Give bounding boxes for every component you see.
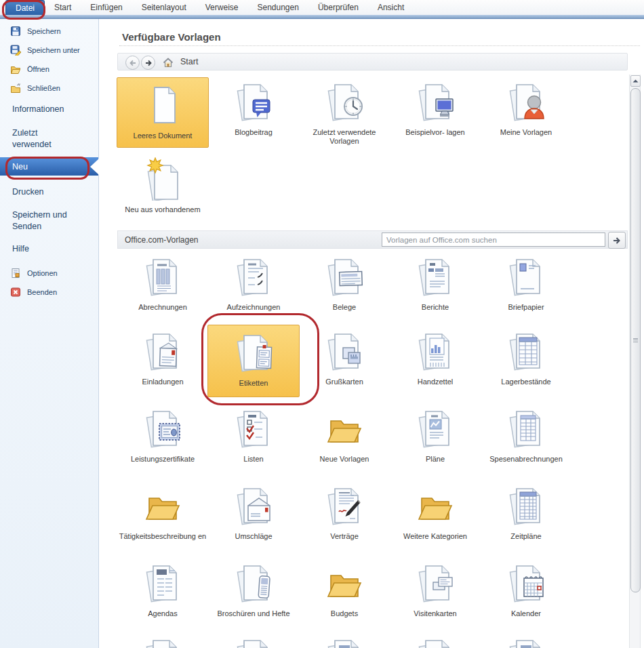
sidebar-item-speichern[interactable]: Speichern xyxy=(10,24,61,38)
scroll-up-button[interactable] xyxy=(630,75,641,87)
template-grusskarten[interactable]: Grußkarten xyxy=(298,329,390,387)
sidebar-item-neu[interactable]: Neu xyxy=(0,157,98,176)
template-label: Broschüren und Hefte xyxy=(217,609,289,618)
backstage-sidebar: Speichern Speichern unter Öffnen Schließ… xyxy=(0,19,99,648)
home-icon xyxy=(162,56,174,68)
tab-ansicht[interactable]: Ansicht xyxy=(368,0,414,15)
template-belege[interactable]: Belege xyxy=(298,255,390,312)
template-budgets[interactable]: Budgets xyxy=(298,561,390,619)
sidebar-item-label: Schließen xyxy=(27,84,60,92)
sidebar-item-oeffnen[interactable]: Öffnen xyxy=(10,62,49,76)
sidebar-item-hilfe[interactable]: Hilfe xyxy=(12,243,29,255)
template-abrechnungen[interactable]: Abrechnungen xyxy=(117,255,209,312)
scrollbar-thumb[interactable] xyxy=(630,88,641,592)
vertical-scrollbar[interactable] xyxy=(629,75,641,648)
folder-icon xyxy=(141,484,184,527)
template-zuletzt-verwendete-vorlagen[interactable]: Zuletzt verwendete Vorlagen xyxy=(298,80,390,146)
template-label: Verträge xyxy=(330,532,359,541)
folder-icon xyxy=(414,484,457,527)
template-weitere-kategorien[interactable]: Weitere Kategorien xyxy=(389,484,481,542)
template-label: Kalender xyxy=(511,609,541,618)
template-partial[interactable] xyxy=(117,636,209,648)
template-plaene[interactable]: Pläne xyxy=(389,407,481,464)
selected-item-pointer xyxy=(90,159,99,175)
document-icon xyxy=(232,636,275,648)
template-nav-bar: Start xyxy=(117,53,628,70)
template-einladungen[interactable]: Einladungen xyxy=(117,329,209,387)
template-visitenkarten[interactable]: Visitenkarten xyxy=(389,561,481,619)
labels-icon xyxy=(232,331,275,374)
recent-templates-icon xyxy=(323,80,366,123)
certificate-icon xyxy=(141,407,184,450)
template-leistungszertifikate[interactable]: Leistungszertifikate xyxy=(117,407,209,464)
template-label: Leeres Dokument xyxy=(134,131,193,140)
tab-verweise[interactable]: Verweise xyxy=(196,0,248,15)
template-label: Meine Vorlagen xyxy=(500,128,552,137)
tab-seitenlayout[interactable]: Seitenlayout xyxy=(132,0,196,15)
template-briefpapier[interactable]: Briefpapier xyxy=(480,255,572,312)
sidebar-item-speichern-und-senden[interactable]: Speichern und Senden xyxy=(12,209,87,232)
template-label: Weitere Kategorien xyxy=(403,532,467,541)
tab-sendungen[interactable]: Sendungen xyxy=(247,0,308,15)
sidebar-item-speichern-unter[interactable]: Speichern unter xyxy=(10,43,80,57)
close-folder-icon xyxy=(10,83,21,94)
template-broschueren-und-hefte[interactable]: Broschüren und Hefte xyxy=(207,561,300,619)
template-umschlaege[interactable]: Umschläge xyxy=(207,484,300,542)
template-spesenabrechnungen[interactable]: Spesenabrechnungen xyxy=(480,407,572,464)
tab-datei[interactable]: Datei xyxy=(5,0,45,15)
invoice-icon xyxy=(141,255,184,298)
open-folder-icon xyxy=(10,64,21,75)
go-arrow-icon xyxy=(611,235,622,246)
template-vertraege[interactable]: Verträge xyxy=(298,484,390,542)
sidebar-item-drucken[interactable]: Drucken xyxy=(12,186,44,198)
tab-einfuegen[interactable]: Einfügen xyxy=(81,0,132,15)
business-cards-icon xyxy=(414,561,457,605)
tab-start[interactable]: Start xyxy=(45,0,81,15)
template-blogbeitrag[interactable]: Blogbeitrag xyxy=(207,80,300,138)
template-label: Agendas xyxy=(148,609,177,618)
template-partial[interactable] xyxy=(298,636,390,648)
template-lagerbestaende[interactable]: Lagerbestände xyxy=(480,329,572,387)
forward-arrow-icon xyxy=(144,58,153,68)
blog-post-icon xyxy=(232,80,275,123)
home-button[interactable] xyxy=(161,56,174,68)
template-label: Umschläge xyxy=(235,532,272,541)
my-templates-icon xyxy=(504,80,548,123)
template-kalender[interactable]: Kalender xyxy=(480,561,572,619)
template-label: Beispielvor- lagen xyxy=(405,128,464,137)
template-listen[interactable]: Listen xyxy=(207,407,300,464)
document-icon xyxy=(504,636,548,648)
template-meine-vorlagen[interactable]: Meine Vorlagen xyxy=(480,80,572,138)
sidebar-item-schliessen[interactable]: Schließen xyxy=(10,81,60,95)
envelope-icon xyxy=(232,484,275,527)
sidebar-item-optionen[interactable]: Optionen xyxy=(10,266,58,280)
back-button[interactable] xyxy=(125,56,140,70)
template-neue-vorlagen[interactable]: Neue Vorlagen xyxy=(298,407,390,464)
template-taetigkeitsbeschreibungen[interactable]: Tätigkeitsbeschreibung en xyxy=(117,484,209,542)
sidebar-item-label: Beenden xyxy=(27,288,57,296)
sidebar-item-informationen[interactable]: Informationen xyxy=(12,104,64,115)
search-go-button[interactable] xyxy=(608,232,626,249)
template-label: Leistungszertifikate xyxy=(131,455,195,464)
template-agendas[interactable]: Agendas xyxy=(117,561,209,619)
new-from-existing-icon xyxy=(141,157,184,201)
template-leeres-dokument[interactable]: Leeres Dokument xyxy=(117,77,209,148)
template-partial[interactable] xyxy=(389,636,481,648)
template-handzettel[interactable]: Handzettel xyxy=(389,329,481,387)
template-etiketten[interactable]: Etiketten xyxy=(207,325,300,397)
template-aufzeichnungen[interactable]: Aufzeichnungen xyxy=(207,255,300,312)
template-zeitplaene[interactable]: Zeitpläne xyxy=(480,484,572,542)
template-berichte[interactable]: Berichte xyxy=(389,255,481,312)
template-label: Zeitpläne xyxy=(510,532,541,541)
invitation-icon xyxy=(141,329,184,373)
office-search-input[interactable] xyxy=(382,232,605,247)
template-partial[interactable] xyxy=(480,636,572,648)
template-label: Zuletzt verwendete Vorlagen xyxy=(300,128,389,146)
template-neu-aus-vorhandenem[interactable]: Neu aus vorhandenem xyxy=(117,157,209,215)
template-partial[interactable] xyxy=(207,636,300,648)
sidebar-item-beenden[interactable]: Beenden xyxy=(10,285,57,299)
template-beispielvorlagen[interactable]: Beispielvor- lagen xyxy=(389,80,481,138)
sidebar-item-zuletzt-verwendet[interactable]: Zuletzt verwendet xyxy=(12,127,65,150)
tab-ueberpruefen[interactable]: Überprüfen xyxy=(308,0,368,15)
forward-button[interactable] xyxy=(141,56,155,70)
